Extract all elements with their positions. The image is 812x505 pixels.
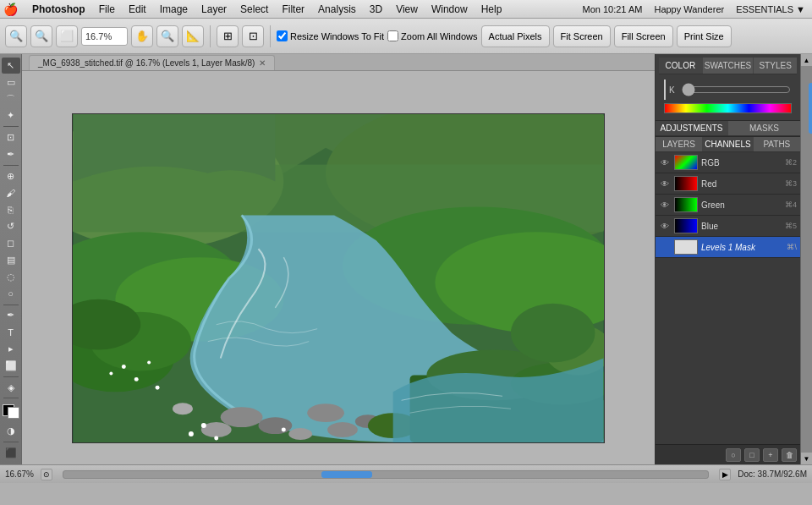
svg-point-27 [511, 304, 595, 363]
tab-paths[interactable]: PATHS [754, 137, 800, 151]
workspace-selector[interactable]: ESSENTIALS ▼ [736, 4, 805, 14]
background-color[interactable] [8, 407, 19, 419]
channel-row-red[interactable]: 👁 Red ⌘3 [656, 173, 800, 195]
status-right-btn[interactable]: ▶ [719, 469, 731, 480]
menu-analysis[interactable]: Analysis [312, 2, 362, 17]
eraser-tool[interactable]: ◻ [2, 235, 20, 251]
zoom-input[interactable] [81, 27, 128, 46]
view-mode-btn[interactable]: ⊞ [217, 25, 239, 47]
ch-name-mask: Levels 1 Mask [701, 243, 783, 252]
ch-name-blue: Blue [701, 222, 782, 231]
ch-load-selection-btn[interactable]: ○ [726, 448, 741, 462]
svg-point-19 [189, 431, 194, 436]
ch-thumb-mask [674, 239, 698, 255]
main-layout: ↖ ▭ ⌒ ✦ ⊡ ✒ ⊕ 🖌 ⎘ ↺ ◻ ▤ ◌ ○ ✒ T ▸ ⬜ ◈ ◑ … [0, 54, 812, 464]
lasso-tool[interactable]: ⌒ [2, 91, 20, 107]
measure-btn[interactable]: 📐 [182, 25, 204, 47]
screen-mode-btn[interactable]: ⬛ [2, 445, 20, 461]
healing-brush-tool[interactable]: ⊕ [2, 168, 20, 184]
print-size-btn[interactable]: Print Size [677, 25, 732, 47]
menu-image[interactable]: Image [154, 2, 194, 17]
status-left-btn[interactable]: ⊙ [41, 469, 52, 480]
zoom-all-label[interactable]: Zoom All Windows [387, 30, 477, 41]
zoom-all-check[interactable] [387, 30, 398, 41]
tab-adjustments[interactable]: ADJUSTMENTS [656, 121, 728, 135]
tab-masks[interactable]: MASKS [728, 121, 800, 135]
tab-channels[interactable]: CHANNELS [703, 137, 753, 151]
fill-screen-btn[interactable]: Fill Screen [614, 25, 673, 47]
text-tool[interactable]: T [2, 324, 20, 340]
color-selector[interactable] [3, 404, 19, 419]
horizontal-scrollbar[interactable] [63, 470, 709, 479]
path-selection-tool[interactable]: ▸ [2, 341, 20, 357]
menu-3d[interactable]: 3D [364, 2, 388, 17]
zoom-tool-btn[interactable]: 🔍 [156, 25, 178, 47]
k-slider[interactable] [682, 86, 791, 93]
tab-layers[interactable]: LAYERS [656, 137, 703, 151]
svg-point-31 [122, 365, 126, 369]
menu-filter[interactable]: Filter [276, 2, 310, 17]
svg-point-16 [327, 422, 358, 437]
gradient-tool[interactable]: ▤ [2, 252, 20, 268]
crop-tool[interactable]: ⊡ [2, 129, 20, 145]
view-mode-btn2[interactable]: ⊡ [242, 25, 264, 47]
channel-row-rgb[interactable]: 👁 RGB ⌘2 [656, 152, 800, 173]
left-toolbar: ↖ ▭ ⌒ ✦ ⊡ ✒ ⊕ 🖌 ⎘ ↺ ◻ ▤ ◌ ○ ✒ T ▸ ⬜ ◈ ◑ … [0, 54, 22, 464]
svg-point-12 [307, 403, 344, 422]
menu-file[interactable]: File [93, 2, 121, 17]
menubar-right: Mon 10:21 AM Happy Wanderer ESSENTIALS ▼ [583, 0, 806, 19]
menu-window[interactable]: Window [425, 2, 474, 17]
dodge-tool[interactable]: ○ [2, 286, 20, 302]
menu-select[interactable]: Select [234, 2, 274, 17]
zoom-in-btn[interactable]: 🔍 [30, 25, 52, 47]
apple-logo-icon[interactable]: 🍎 [3, 3, 18, 16]
menu-layer[interactable]: Layer [195, 2, 233, 17]
tab-color[interactable]: COLOR [659, 58, 703, 74]
zoom-out-btn[interactable]: 🔍 [5, 25, 27, 47]
document-tab[interactable]: _MG_6938_stitched.tif @ 16.7% (Levels 1,… [29, 55, 275, 70]
menu-photoshop[interactable]: Photoshop [26, 2, 91, 17]
ch-eye-red[interactable]: 👁 [659, 179, 671, 189]
tab-swatches[interactable]: SWATCHES [703, 58, 754, 74]
marquee-tool[interactable]: ▭ [2, 74, 20, 91]
scroll-up-arrow[interactable]: ▲ [801, 54, 813, 66]
menu-help[interactable]: Help [475, 2, 508, 17]
foreground-color-swatch[interactable] [664, 80, 666, 100]
resize-windows-check[interactable] [277, 30, 288, 41]
channel-row-mask[interactable]: Levels 1 Mask ⌘\ [656, 237, 800, 258]
history-brush-tool[interactable]: ↺ [2, 218, 20, 234]
channel-row-blue[interactable]: 👁 Blue ⌘5 [656, 216, 800, 237]
color-gradient-bar[interactable] [664, 103, 792, 113]
ch-save-selection-btn[interactable]: □ [744, 448, 760, 462]
fit-screen-btn[interactable]: Fit Screen [553, 25, 611, 47]
canvas-workspace[interactable] [22, 71, 655, 464]
scroll-thumb[interactable] [809, 83, 813, 134]
move-tool[interactable]: ↖ [2, 58, 20, 74]
blur-tool[interactable]: ◌ [2, 269, 20, 285]
clone-stamp-tool[interactable]: ⎘ [2, 201, 20, 217]
3d-tool[interactable]: ◈ [2, 380, 20, 396]
move-tool-btn[interactable]: ✋ [131, 25, 153, 47]
magic-wand-tool[interactable]: ✦ [2, 108, 20, 124]
eyedropper-tool[interactable]: ✒ [2, 146, 20, 162]
resize-windows-label[interactable]: Resize Windows To Fit [277, 30, 384, 41]
menu-edit[interactable]: Edit [123, 2, 152, 17]
brush-tool[interactable]: 🖌 [2, 185, 20, 201]
actual-pixels-btn[interactable]: Actual Pixels [481, 25, 550, 47]
pen-tool[interactable]: ✒ [2, 307, 20, 323]
zoom-fit-btn[interactable]: ⬜ [56, 25, 78, 47]
ch-eye-green[interactable]: 👁 [659, 200, 671, 210]
shape-tool[interactable]: ⬜ [2, 358, 20, 374]
scroll-down-arrow[interactable]: ▼ [801, 453, 813, 464]
tab-styles[interactable]: STYLES [754, 58, 797, 74]
ch-eye-blue[interactable]: 👁 [659, 222, 671, 231]
horizontal-scroll-thumb[interactable] [321, 471, 372, 478]
ch-thumb-rgb [674, 155, 698, 170]
quick-mask-btn[interactable]: ◑ [2, 423, 20, 439]
ch-eye-rgb[interactable]: 👁 [659, 158, 671, 167]
tab-close-btn[interactable]: ✕ [259, 58, 266, 68]
menu-view[interactable]: View [390, 2, 424, 17]
channel-row-green[interactable]: 👁 Green ⌘4 [656, 195, 800, 216]
ch-new-channel-btn[interactable]: + [763, 448, 778, 462]
ch-delete-channel-btn[interactable]: 🗑 [782, 448, 797, 462]
